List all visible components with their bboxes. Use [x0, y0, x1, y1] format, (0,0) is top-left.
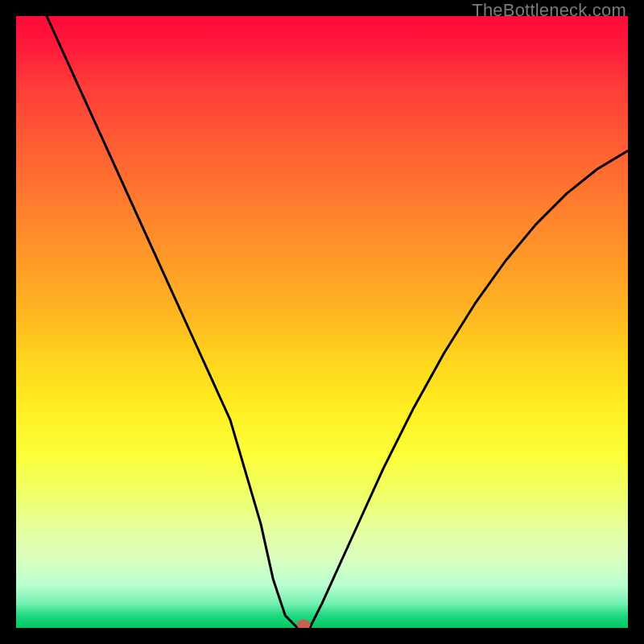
bottleneck-curve-path [47, 16, 628, 628]
chart-frame: TheBottleneck.com [0, 0, 644, 644]
plot-area [16, 16, 628, 628]
curve-svg [16, 16, 628, 628]
marker-dot [297, 620, 310, 628]
